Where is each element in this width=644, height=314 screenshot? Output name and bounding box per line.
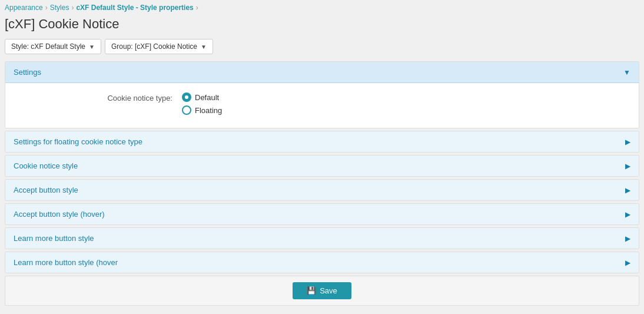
section-learn-more-hover-title: Learn more button style (hover [14,258,118,267]
section-learn-more-style-arrow: ▶ [625,234,630,243]
section-settings-title: Settings [14,68,41,77]
section-settings-body: Cookie notice type: Default Floating [5,83,639,128]
radio-floating[interactable]: Floating [182,105,222,115]
style-dropdown-arrow: ▼ [89,44,95,50]
breadcrumb-sep-1: › [45,4,48,12]
toolbar: Style: cXF Default Style ▼ Group: [cXF] … [5,39,639,54]
section-floating-settings-arrow: ▶ [625,138,630,146]
radio-default[interactable]: Default [182,92,222,102]
save-icon: 💾 [307,286,316,295]
group-dropdown[interactable]: Group: [cXF] Cookie Notice ▼ [105,39,213,54]
radio-floating-label: Floating [195,106,222,115]
group-dropdown-arrow: ▼ [201,44,207,50]
section-accept-button-style: Accept button style ▶ [5,179,639,201]
section-learn-more-style-header[interactable]: Learn more button style ▶ [5,228,639,249]
style-dropdown-label: Style: cXF Default Style [11,42,85,51]
group-dropdown-label: Group: [cXF] Cookie Notice [111,42,197,51]
section-settings: Settings ▼ Cookie notice type: Default F… [5,61,639,128]
section-learn-more-style: Learn more button style ▶ [5,227,639,249]
section-floating-settings-title: Settings for floating cookie notice type [14,137,142,146]
section-accept-button-hover-arrow: ▶ [625,210,630,219]
breadcrumb-styles[interactable]: Styles [50,4,69,12]
section-settings-header[interactable]: Settings ▼ [5,62,639,83]
section-learn-more-hover-header[interactable]: Learn more button style (hover ▶ [5,252,639,273]
cookie-notice-type-row: Cookie notice type: Default Floating [17,92,627,115]
section-learn-more-style-title: Learn more button style [14,234,94,243]
breadcrumb: Appearance › Styles › cXF Default Style … [5,4,639,12]
footer-bar: 💾 Save [5,276,639,306]
section-cookie-notice-style-header[interactable]: Cookie notice style ▶ [5,156,639,176]
radio-floating-circle [182,105,191,115]
breadcrumb-sep-2: › [71,4,74,12]
page-title: [cXF] Cookie Notice [5,16,639,32]
breadcrumb-appearance[interactable]: Appearance [5,4,43,12]
save-button[interactable]: 💾 Save [293,282,351,299]
section-floating-settings: Settings for floating cookie notice type… [5,131,639,153]
section-floating-settings-header[interactable]: Settings for floating cookie notice type… [5,131,639,152]
section-accept-button-hover: Accept button style (hover) ▶ [5,203,639,225]
section-accept-button-style-header[interactable]: Accept button style ▶ [5,180,639,200]
breadcrumb-sep-3: › [196,4,198,12]
section-accept-button-style-arrow: ▶ [625,186,630,194]
save-label: Save [320,286,337,295]
radio-default-circle [182,92,191,102]
section-accept-button-hover-header[interactable]: Accept button style (hover) ▶ [5,204,639,224]
section-cookie-notice-style-arrow: ▶ [625,162,630,170]
section-settings-arrow: ▼ [623,68,630,77]
breadcrumb-style-properties[interactable]: cXF Default Style - Style properties [76,4,193,12]
page-wrapper: Appearance › Styles › cXF Default Style … [0,0,644,314]
section-accept-button-style-title: Accept button style [14,186,78,194]
section-learn-more-hover-arrow: ▶ [625,259,630,267]
section-cookie-notice-style: Cookie notice style ▶ [5,155,639,177]
section-learn-more-hover: Learn more button style (hover ▶ [5,252,639,273]
section-accept-button-hover-title: Accept button style (hover) [14,210,105,219]
cookie-notice-type-label: Cookie notice type: [17,92,182,103]
section-cookie-notice-style-title: Cookie notice style [14,161,78,170]
cookie-notice-type-options: Default Floating [182,92,222,115]
style-dropdown[interactable]: Style: cXF Default Style ▼ [5,39,101,54]
radio-default-label: Default [195,93,219,102]
